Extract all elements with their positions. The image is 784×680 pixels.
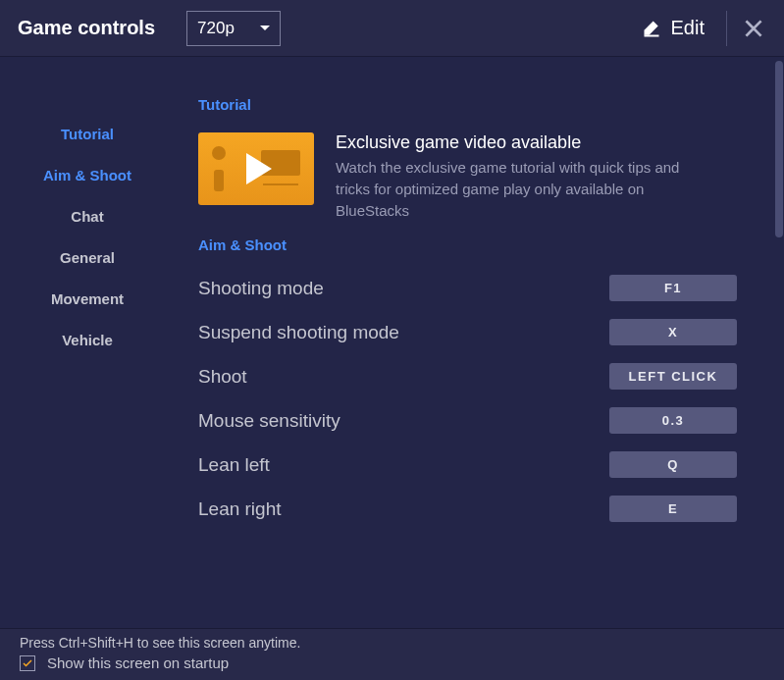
- section-header-tutorial: Tutorial: [198, 96, 760, 113]
- binding-label: Lean left: [198, 454, 270, 476]
- content-pane: Tutorial Exclusive game video available …: [175, 57, 784, 628]
- scrollbar[interactable]: [774, 57, 784, 628]
- key-badge[interactable]: 0.3: [609, 407, 737, 434]
- startup-checkbox[interactable]: [20, 655, 35, 671]
- binding-label: Mouse sensitivity: [198, 410, 340, 432]
- tutorial-title: Exclusive game video available: [336, 132, 708, 153]
- resolution-dropdown[interactable]: 720p: [186, 11, 281, 46]
- binding-label: Shooting mode: [198, 278, 324, 299]
- sidebar-item-vehicle[interactable]: Vehicle: [0, 320, 175, 361]
- key-badge[interactable]: Q: [609, 451, 737, 478]
- sidebar: Tutorial Aim & Shoot Chat General Moveme…: [0, 57, 175, 628]
- chevron-down-icon: [260, 26, 270, 30]
- key-badge[interactable]: E: [609, 496, 737, 522]
- edit-label: Edit: [671, 17, 705, 39]
- resolution-value: 720p: [197, 19, 235, 38]
- check-icon: [22, 657, 33, 669]
- header: Game controls 720p Edit: [0, 0, 784, 57]
- binding-row: Lean right E: [198, 496, 760, 522]
- binding-row: Shooting mode F1: [198, 275, 760, 301]
- binding-row: Suspend shooting mode X: [198, 319, 760, 345]
- footer: Press Ctrl+Shift+H to see this screen an…: [0, 628, 784, 680]
- sidebar-item-tutorial[interactable]: Tutorial: [0, 114, 175, 155]
- binding-row: Shoot LEFT CLICK: [198, 363, 760, 390]
- divider: [726, 11, 727, 46]
- sidebar-item-chat[interactable]: Chat: [0, 196, 175, 237]
- play-icon: [246, 153, 272, 184]
- binding-row: Lean left Q: [198, 451, 760, 478]
- page-title: Game controls: [18, 17, 155, 39]
- binding-label: Shoot: [198, 366, 247, 388]
- close-button[interactable]: [741, 16, 766, 41]
- scrollbar-thumb[interactable]: [775, 61, 783, 237]
- tutorial-video-thumb[interactable]: [198, 132, 314, 205]
- key-badge[interactable]: F1: [609, 275, 737, 301]
- tutorial-block: Exclusive game video available Watch the…: [198, 132, 760, 221]
- section-header-aim-shoot: Aim & Shoot: [198, 236, 760, 253]
- tutorial-text: Exclusive game video available Watch the…: [336, 132, 708, 221]
- close-icon: [741, 16, 766, 41]
- pencil-icon: [642, 19, 661, 38]
- startup-checkbox-row: Show this screen on startup: [20, 654, 764, 671]
- binding-label: Lean right: [198, 498, 282, 520]
- sidebar-item-aim-shoot[interactable]: Aim & Shoot: [0, 155, 175, 196]
- tutorial-description: Watch the exclusive game tutorial with q…: [336, 157, 708, 221]
- sidebar-item-general[interactable]: General: [0, 237, 175, 279]
- binding-label: Suspend shooting mode: [198, 322, 399, 343]
- body: Tutorial Aim & Shoot Chat General Moveme…: [0, 57, 784, 628]
- binding-row: Mouse sensitivity 0.3: [198, 407, 760, 434]
- edit-button[interactable]: Edit: [634, 17, 712, 39]
- key-badge[interactable]: X: [609, 319, 737, 345]
- sidebar-item-movement[interactable]: Movement: [0, 279, 175, 320]
- startup-checkbox-label: Show this screen on startup: [47, 654, 229, 671]
- footer-hint: Press Ctrl+Shift+H to see this screen an…: [20, 635, 764, 651]
- key-badge[interactable]: LEFT CLICK: [609, 363, 737, 390]
